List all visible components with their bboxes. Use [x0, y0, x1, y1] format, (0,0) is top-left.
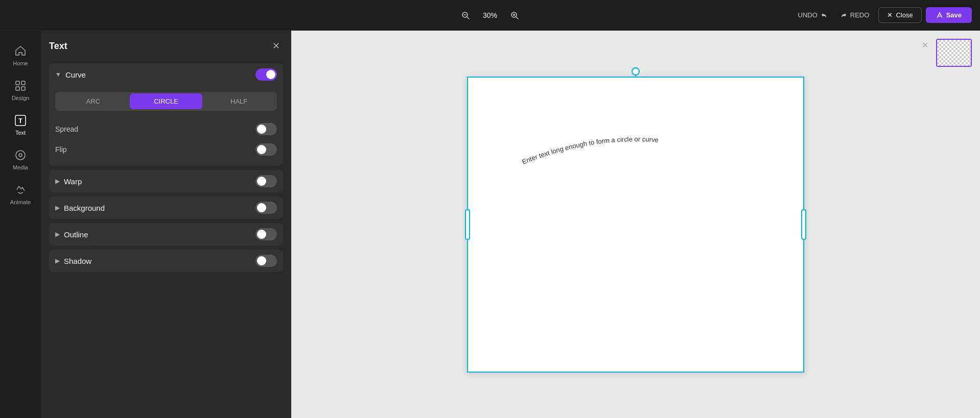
outline-header-left: Outline	[55, 230, 88, 239]
home-icon	[13, 44, 28, 58]
sidebar-item-text[interactable]: T Text	[3, 108, 38, 141]
flip-toggle[interactable]	[255, 143, 277, 156]
warp-label: Warp	[64, 177, 82, 186]
topbar: 30% UNDO REDO ✕ Close	[0, 0, 980, 31]
curve-section: Curve ARC CIRCLE HALF Spread Flip	[49, 63, 283, 166]
shadow-section: Shadow	[49, 250, 283, 272]
media-icon	[13, 148, 28, 162]
curve-header[interactable]: Curve	[49, 63, 283, 86]
zoom-out-button[interactable]	[457, 7, 474, 23]
save-label: Save	[946, 11, 962, 19]
canvas-bg: Enter text long enough to form a circle …	[291, 31, 980, 418]
spread-toggle[interactable]	[255, 123, 277, 135]
thumbnail-close-button[interactable]: ✕	[919, 39, 931, 51]
panel-header: Text ✕	[49, 39, 283, 53]
zoom-value: 30%	[480, 11, 500, 19]
main: Home Design T Text	[0, 31, 980, 418]
background-section: Background	[49, 196, 283, 219]
background-header-left: Background	[55, 204, 105, 212]
warp-header[interactable]: Warp	[49, 170, 283, 192]
warp-section: Warp	[49, 170, 283, 192]
checkerboard-pattern	[937, 40, 971, 66]
redo-label: REDO	[850, 11, 870, 19]
tab-circle[interactable]: CIRCLE	[130, 93, 203, 109]
flip-row: Flip	[55, 139, 277, 160]
resize-handle-top[interactable]	[632, 67, 640, 76]
sidebar-item-home[interactable]: Home	[3, 39, 38, 71]
resize-handle-right[interactable]	[801, 209, 806, 240]
tab-arc[interactable]: ARC	[57, 93, 130, 109]
canvas-document[interactable]: Enter text long enough to form a circle …	[467, 77, 804, 373]
spread-label: Spread	[55, 125, 78, 133]
spread-row: Spread	[55, 119, 277, 139]
text-icon: T	[13, 113, 28, 128]
warp-toggle[interactable]	[255, 175, 277, 187]
outline-chevron-icon	[55, 231, 60, 238]
shadow-toggle[interactable]	[255, 255, 277, 267]
shadow-header[interactable]: Shadow	[49, 250, 283, 272]
flip-label: Flip	[55, 145, 67, 154]
curved-text-container: Enter text long enough to form a circle …	[468, 118, 803, 180]
svg-line-4	[516, 17, 518, 19]
sidebar-label-text: Text	[15, 130, 26, 136]
undo-redo-group: UNDO REDO	[793, 8, 875, 22]
panel-title: Text	[49, 41, 67, 52]
svg-line-1	[467, 17, 469, 19]
curve-header-left: Curve	[55, 70, 86, 79]
curve-label: Curve	[65, 70, 86, 79]
undo-label: UNDO	[798, 11, 818, 19]
background-chevron-icon	[55, 204, 60, 211]
curved-text-svg: Enter text long enough to form a circle …	[508, 118, 763, 180]
resize-handle-left[interactable]	[465, 209, 470, 240]
warp-header-left: Warp	[55, 177, 82, 186]
svg-rect-9	[16, 87, 19, 90]
curved-text: Enter text long enough to form a circle …	[521, 135, 659, 165]
topbar-right: UNDO REDO ✕ Close Save	[793, 7, 972, 23]
curve-chevron-icon	[55, 71, 61, 78]
design-icon	[13, 79, 28, 93]
sidebar-label-home: Home	[13, 60, 28, 66]
svg-point-13	[16, 151, 25, 160]
sidebar-label-animate: Animate	[10, 199, 31, 205]
warp-chevron-icon	[55, 178, 60, 185]
svg-text:T: T	[18, 117, 22, 125]
redo-button[interactable]: REDO	[835, 8, 875, 22]
close-button[interactable]: ✕ Close	[878, 7, 921, 23]
undo-button[interactable]: UNDO	[793, 8, 833, 22]
svg-rect-10	[21, 87, 25, 90]
thumbnail[interactable]	[936, 39, 972, 67]
background-toggle[interactable]	[255, 202, 277, 214]
outline-section: Outline	[49, 223, 283, 245]
shadow-chevron-icon	[55, 257, 60, 264]
outline-header[interactable]: Outline	[49, 223, 283, 245]
close-label: Close	[896, 11, 913, 19]
shadow-label: Shadow	[64, 257, 91, 265]
curve-tabs: ARC CIRCLE HALF	[55, 92, 277, 111]
save-button[interactable]: Save	[926, 7, 972, 23]
sidebar-item-animate[interactable]: Animate	[3, 178, 38, 210]
outline-toggle[interactable]	[255, 228, 277, 240]
curve-body: ARC CIRCLE HALF Spread Flip	[49, 86, 283, 166]
tab-half[interactable]: HALF	[202, 93, 275, 109]
topbar-center: 30%	[457, 7, 523, 23]
close-icon: ✕	[887, 11, 893, 19]
background-label: Background	[64, 204, 105, 212]
sidebar-icons: Home Design T Text	[0, 31, 41, 418]
animate-icon	[13, 183, 28, 197]
outline-label: Outline	[64, 230, 88, 239]
shadow-header-left: Shadow	[55, 257, 91, 265]
curve-toggle[interactable]	[255, 68, 277, 81]
sidebar-item-media[interactable]: Media	[3, 143, 38, 176]
canvas-area: Enter text long enough to form a circle …	[291, 31, 980, 418]
sidebar-label-media: Media	[13, 164, 28, 170]
background-header[interactable]: Background	[49, 196, 283, 219]
left-panel: Text ✕ Curve ARC CIRCLE HALF	[41, 31, 291, 418]
svg-rect-8	[21, 81, 25, 85]
sidebar-item-design[interactable]: Design	[3, 73, 38, 106]
svg-rect-7	[16, 81, 19, 85]
sidebar-label-design: Design	[12, 95, 29, 101]
panel-close-button[interactable]: ✕	[269, 39, 283, 53]
zoom-in-button[interactable]	[506, 7, 523, 23]
svg-point-14	[19, 154, 22, 157]
